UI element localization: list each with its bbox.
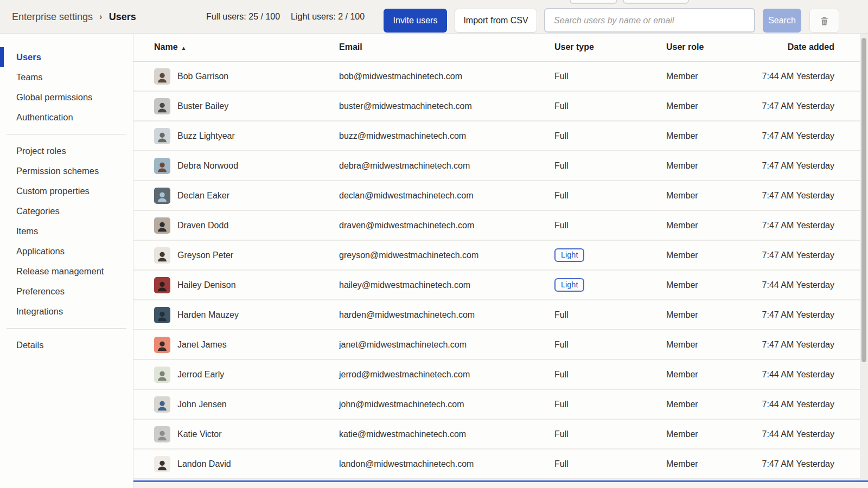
user-role: Member	[666, 370, 756, 380]
table-row[interactable]: Harden Mauzey harden@midwestmachinetech.…	[133, 300, 868, 330]
sidebar-item-label: Release management	[16, 266, 104, 277]
user-name-cell: Janet James	[154, 337, 339, 353]
delete-users-button[interactable]	[809, 9, 839, 33]
table-row[interactable]: Jerrod Early jerrod@midwestmachinetech.c…	[133, 360, 868, 390]
vertical-scrollbar-track[interactable]	[860, 34, 868, 488]
sidebar-item-applications[interactable]: Applications	[0, 241, 133, 261]
date-added: 7:47 AM Yesterday	[756, 131, 834, 141]
user-avatar	[154, 98, 170, 114]
user-role: Member	[666, 340, 756, 350]
content-layout: UsersTeamsGlobal permissionsAuthenticati…	[0, 34, 868, 488]
user-avatar	[154, 188, 170, 204]
table-row[interactable]: Debra Norwood debra@midwestmachinetech.c…	[133, 151, 868, 181]
table-row[interactable]: Buzz Lightyear buzz@midwestmachinetech.c…	[133, 121, 868, 151]
user-name: Hailey Denison	[177, 280, 236, 290]
user-name: Harden Mauzey	[177, 310, 239, 320]
sidebar-item-label: Integrations	[16, 306, 63, 317]
sidebar-item-preferences[interactable]: Preferences	[0, 281, 133, 301]
sidebar-item-global-permissions[interactable]: Global permissions	[0, 87, 133, 107]
user-role: Member	[666, 101, 756, 111]
user-email: harden@midwestmachinetech.com	[339, 310, 554, 320]
user-email: bob@midwestmachinetech.com	[339, 72, 554, 81]
table-row[interactable]: Janet James janet@midwestmachinetech.com…	[133, 330, 868, 360]
breadcrumb-parent[interactable]: Enterprise settings	[12, 11, 93, 23]
table-row[interactable]: Declan Eaker declan@midwestmachinetech.c…	[133, 181, 868, 211]
user-role: Member	[666, 459, 756, 469]
sidebar-item-integrations[interactable]: Integrations	[0, 301, 133, 322]
sidebar-item-teams[interactable]: Teams	[0, 67, 133, 87]
user-email: hailey@midwestmachinetech.com	[339, 280, 554, 290]
user-name-cell: Harden Mauzey	[154, 307, 339, 323]
user-role: Member	[666, 310, 756, 320]
sidebar-item-permission-schemes[interactable]: Permission schemes	[0, 161, 133, 181]
sidebar-item-authentication[interactable]: Authentication	[0, 107, 133, 127]
invite-users-button[interactable]: Invite users	[384, 9, 447, 33]
user-type: Full	[554, 459, 666, 469]
sidebar-item-release-management[interactable]: Release management	[0, 261, 133, 281]
user-name: Declan Eaker	[177, 191, 229, 201]
sidebar-item-categories[interactable]: Categories	[0, 201, 133, 221]
import-csv-button[interactable]: Import from CSV	[455, 9, 537, 33]
sidebar-item-label: Users	[16, 52, 41, 62]
table-row[interactable]: John Jensen john@midwestmachinetech.com …	[133, 390, 868, 420]
user-type: Full	[554, 340, 666, 350]
user-avatar	[154, 158, 170, 174]
table-row[interactable]: Hailey Denison hailey@midwestmachinetech…	[133, 271, 868, 300]
sidebar-divider	[7, 134, 126, 134]
vertical-scrollbar-thumb[interactable]	[861, 38, 866, 362]
table-row[interactable]: Landon David landon@midwestmachinetech.c…	[133, 450, 868, 479]
sidebar-item-label: Applications	[16, 246, 65, 256]
active-item-indicator	[0, 47, 4, 67]
user-role: Member	[666, 72, 756, 81]
sidebar-item-details[interactable]: Details	[0, 335, 133, 355]
settings-sidebar: UsersTeamsGlobal permissionsAuthenticati…	[0, 34, 133, 488]
user-role: Member	[666, 191, 756, 201]
user-name: Bob Garrison	[177, 72, 228, 81]
search-button[interactable]: Search	[763, 9, 801, 33]
column-header-name[interactable]: Name▲	[154, 42, 339, 52]
sidebar-item-label: Custom properties	[16, 186, 90, 196]
user-email: declan@midwestmachinetech.com	[339, 191, 554, 201]
table-row[interactable]: Greyson Peter greyson@midwestmachinetech…	[133, 241, 868, 271]
date-added: 7:47 AM Yesterday	[756, 459, 834, 469]
column-header-date-added[interactable]: Date added	[756, 42, 834, 52]
user-role: Member	[666, 400, 756, 409]
user-avatar	[154, 426, 170, 442]
user-role: Member	[666, 251, 756, 260]
bottom-gutter	[133, 482, 868, 488]
trash-icon	[819, 15, 829, 27]
user-name-cell: Declan Eaker	[154, 188, 339, 204]
table-row[interactable]: Buster Bailey buster@midwestmachinetech.…	[133, 92, 868, 121]
user-email: jerrod@midwestmachinetech.com	[339, 370, 554, 380]
user-type: Full	[554, 161, 666, 171]
sidebar-item-custom-properties[interactable]: Custom properties	[0, 181, 133, 201]
breadcrumb-current: Users	[109, 11, 136, 23]
user-name: John Jensen	[177, 400, 227, 409]
column-header-user-type[interactable]: User type	[554, 42, 666, 52]
sidebar-item-label: Permission schemes	[16, 166, 99, 176]
column-header-user-role[interactable]: User role	[666, 42, 756, 52]
user-avatar	[154, 456, 170, 472]
user-role: Member	[666, 161, 756, 171]
chevron-right-icon: ›	[100, 11, 103, 22]
user-role: Member	[666, 131, 756, 141]
date-added: 7:47 AM Yesterday	[756, 101, 834, 111]
sidebar-item-users[interactable]: Users	[0, 47, 133, 67]
user-avatar	[154, 367, 170, 383]
search-input[interactable]	[544, 8, 755, 33]
user-email: buzz@midwestmachinetech.com	[339, 131, 554, 141]
user-name-cell: Draven Dodd	[154, 217, 339, 234]
user-type: Full	[554, 400, 666, 409]
user-type: Full	[554, 310, 666, 320]
user-name: Landon David	[177, 459, 231, 469]
user-avatar	[154, 337, 170, 353]
table-row[interactable]: Katie Victor katie@midwestmachinetech.co…	[133, 420, 868, 450]
table-row[interactable]: Draven Dodd draven@midwestmachinetech.co…	[133, 211, 868, 241]
user-name-cell: Greyson Peter	[154, 247, 339, 264]
table-row[interactable]: Bob Garrison bob@midwestmachinetech.com …	[133, 62, 868, 92]
sidebar-item-project-roles[interactable]: Project roles	[0, 141, 133, 161]
user-avatar	[154, 396, 170, 413]
column-header-email[interactable]: Email	[339, 42, 554, 52]
sidebar-item-items[interactable]: Items	[0, 221, 133, 241]
user-type: Full	[554, 370, 666, 380]
